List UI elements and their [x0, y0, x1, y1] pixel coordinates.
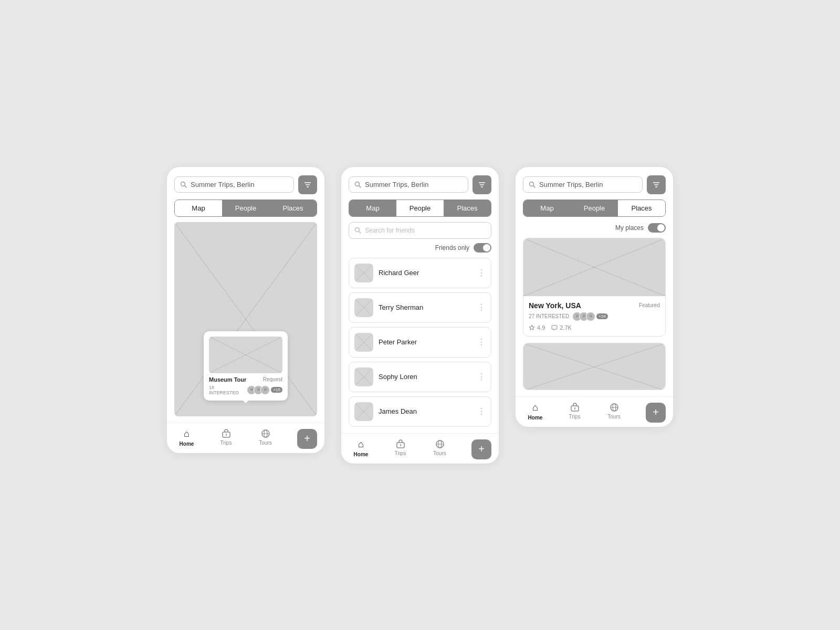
place-card-0[interactable]: New York, USA Featured 27 INTERESTED ✕ ✕… — [523, 238, 666, 337]
friends-only-toggle[interactable] — [474, 243, 491, 253]
trips-icon-2 — [396, 439, 405, 449]
person-more-4[interactable]: ⋮ — [477, 406, 486, 416]
home-icon-2: ⌂ — [358, 439, 364, 450]
search-text-2: Summer Trips, Berlin — [365, 181, 428, 188]
place-reviews: 2.7K — [551, 324, 572, 331]
places-list: New York, USA Featured 27 INTERESTED ✕ ✕… — [516, 238, 673, 390]
nav-trips-label-3: Trips — [569, 414, 581, 419]
nav-home-label-2: Home — [354, 452, 369, 457]
person-name-0: Richard Geer — [379, 269, 472, 277]
person-name-1: Terry Sherman — [379, 303, 472, 311]
search-text-3: Summer Trips, Berlin — [539, 181, 603, 188]
tab-map-2[interactable]: Map — [349, 200, 396, 216]
svg-line-25 — [533, 185, 536, 187]
person-more-0[interactable]: ⋮ — [477, 268, 486, 278]
tab-map-1[interactable]: Map — [175, 200, 222, 216]
person-name-3: Sophy Loren — [379, 373, 472, 381]
card-request[interactable]: Request — [263, 376, 282, 382]
tab-places-3[interactable]: Places — [618, 200, 665, 216]
search-input-wrap-1[interactable]: Summer Trips, Berlin — [174, 176, 294, 193]
nav-trips-label-2: Trips — [395, 450, 406, 456]
map-area: Museum Tour Request 18 INTERESTED ✕ ✕ ✕ … — [174, 222, 317, 416]
people-search-wrap[interactable]: Search for friends — [349, 222, 491, 239]
place-title-row-0: New York, USA Featured — [529, 301, 660, 310]
person-item-2[interactable]: Peter Parker ⋮ — [349, 327, 491, 358]
my-places-toggle[interactable] — [648, 223, 666, 233]
search-text-1: Summer Trips, Berlin — [191, 181, 254, 188]
search-icon-1 — [180, 181, 187, 188]
bottom-nav-2: ⌂ Home Trips Tours — [341, 433, 499, 464]
place-title-0: New York, USA — [529, 301, 581, 310]
filter-button-3[interactable] — [647, 175, 666, 194]
tours-icon-2 — [435, 439, 445, 449]
nav-trips-label-1: Trips — [220, 440, 232, 446]
tab-places-2[interactable]: Places — [444, 200, 491, 216]
search-input-wrap-3[interactable]: Summer Trips, Berlin — [523, 176, 643, 193]
search-input-wrap-2[interactable]: Summer Trips, Berlin — [349, 176, 468, 193]
filter-button-1[interactable] — [298, 175, 317, 194]
tab-people-1[interactable]: People — [222, 200, 269, 216]
person-more-3[interactable]: ⋮ — [477, 372, 486, 382]
svg-line-12 — [359, 185, 361, 187]
person-name-4: James Dean — [379, 407, 472, 415]
person-item-1[interactable]: Terry Sherman ⋮ — [349, 292, 491, 323]
comment-icon — [551, 324, 558, 331]
map-card[interactable]: Museum Tour Request 18 INTERESTED ✕ ✕ ✕ … — [204, 331, 288, 401]
places-screen: Summer Trips, Berlin Map People Places M… — [516, 167, 673, 427]
trips-icon-1 — [222, 429, 231, 438]
nav-trips-1[interactable]: Trips — [206, 429, 246, 446]
person-name-2: Peter Parker — [379, 338, 472, 346]
person-avatar-3 — [354, 368, 373, 386]
nav-tours-label-2: Tours — [433, 450, 446, 456]
place-image-0 — [523, 238, 665, 296]
people-screen: Summer Trips, Berlin Map People Places S… — [341, 167, 499, 464]
card-image — [209, 337, 282, 373]
person-item-0[interactable]: Richard Geer ⋮ — [349, 258, 491, 288]
tab-places-1[interactable]: Places — [269, 200, 317, 216]
place-avatar-stack-0: ✕ ✕ ✕ +24 — [572, 312, 608, 321]
filter-button-2[interactable] — [472, 175, 491, 194]
tours-icon-1 — [261, 429, 270, 438]
nav-trips-2[interactable]: Trips — [381, 439, 420, 456]
fab-2[interactable]: + — [471, 439, 491, 459]
people-search-icon — [354, 227, 362, 234]
person-item-4[interactable]: James Dean ⋮ — [349, 396, 491, 427]
card-title-row: Museum Tour Request — [209, 376, 282, 383]
trips-icon-3 — [570, 403, 580, 412]
filter-icon-1 — [303, 181, 312, 189]
card-interested: 18 INTERESTED ✕ ✕ ✕ +15 — [209, 385, 282, 395]
nav-home-label-1: Home — [180, 441, 194, 447]
nav-tours-2[interactable]: Tours — [420, 439, 459, 456]
person-more-1[interactable]: ⋮ — [477, 302, 486, 312]
fab-3[interactable]: + — [646, 403, 666, 423]
nav-trips-3[interactable]: Trips — [555, 403, 594, 419]
nav-home-1[interactable]: ⌂ Home — [167, 428, 206, 447]
person-item-3[interactable]: Sophy Loren ⋮ — [349, 362, 491, 392]
svg-line-17 — [359, 231, 361, 233]
tab-people-3[interactable]: People — [571, 200, 618, 216]
nav-tours-1[interactable]: Tours — [246, 429, 285, 446]
place-avatar-c: ✕ — [586, 312, 595, 321]
tab-people-2[interactable]: People — [396, 200, 444, 216]
person-more-2[interactable]: ⋮ — [477, 337, 486, 347]
tabs-2: Map People Places — [349, 200, 491, 217]
plus-badge: +15 — [271, 387, 282, 393]
place-info-0: New York, USA Featured 27 INTERESTED ✕ ✕… — [523, 296, 665, 336]
place-interested-count-0: 27 INTERESTED — [529, 313, 569, 319]
home-icon-1: ⌂ — [184, 428, 190, 439]
place-card-1[interactable] — [523, 343, 666, 390]
friends-only-row: Friends only — [341, 243, 499, 258]
friends-only-label: Friends only — [435, 244, 469, 251]
nav-home-3[interactable]: ⌂ Home — [516, 402, 555, 421]
search-bar-3: Summer Trips, Berlin — [516, 167, 673, 200]
filter-icon-3 — [652, 181, 660, 189]
fab-1[interactable]: + — [297, 429, 317, 449]
card-title: Museum Tour — [209, 376, 246, 383]
search-bar-2: Summer Trips, Berlin — [341, 167, 499, 200]
nav-tours-3[interactable]: Tours — [594, 403, 634, 419]
place-reviews-value: 2.7K — [560, 324, 572, 331]
place-image-1 — [523, 343, 665, 390]
nav-home-2[interactable]: ⌂ Home — [341, 439, 381, 457]
place-stats-0: 4.9 2.7K — [529, 324, 660, 331]
tab-map-3[interactable]: Map — [523, 200, 571, 216]
